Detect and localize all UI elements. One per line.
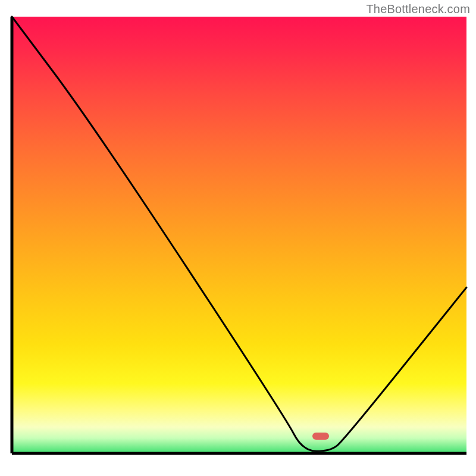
watermark-text: TheBottleneck.com [366,2,470,16]
optimal-marker [312,433,329,440]
gradient-background [12,17,466,453]
chart-container: TheBottleneck.com [0,0,476,476]
